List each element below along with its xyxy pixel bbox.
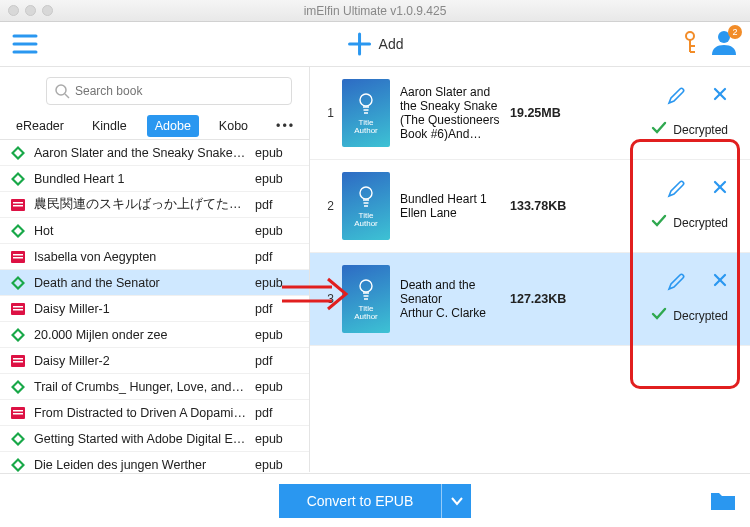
processed-row[interactable]: 2TitleAuthorBundled Heart 1Ellen Lane133…: [310, 160, 750, 253]
open-folder-button[interactable]: [710, 489, 736, 515]
book-format: epub: [255, 224, 299, 238]
epub-icon: [10, 431, 26, 447]
book-title: Trail of Crumbs_ Hunger, Love, and t...: [34, 380, 247, 394]
main-area: eReaderKindleAdobeKobo••• Aaron Slater a…: [0, 67, 750, 472]
tab-more[interactable]: •••: [268, 115, 303, 137]
bulb-icon: [356, 91, 376, 115]
check-icon: [651, 306, 667, 326]
book-row[interactable]: Trail of Crumbs_ Hunger, Love, and t...e…: [0, 373, 309, 399]
epub-icon: [10, 457, 26, 473]
window-titlebar: imElfin Ultimate v1.0.9.425: [0, 0, 750, 22]
window-title: imElfin Ultimate v1.0.9.425: [0, 4, 750, 18]
row-index: 2: [320, 199, 334, 213]
edit-button[interactable]: [666, 86, 686, 110]
book-row[interactable]: Isabella von Aegyptenpdf: [0, 243, 309, 269]
file-size: 19.25MB: [510, 106, 580, 120]
book-row[interactable]: Death and the Senatorepub: [0, 269, 309, 295]
cover-label: TitleAuthor: [354, 305, 378, 321]
status-label: Decrypted: [673, 216, 728, 230]
book-title: 農民関連のスキルばっか上げてたら...: [34, 196, 247, 213]
book-meta: Death and the SenatorArthur C. Clarke: [390, 278, 510, 320]
edit-button[interactable]: [666, 179, 686, 203]
book-row[interactable]: Getting Started with Adobe Digital Edi..…: [0, 425, 309, 451]
status-label: Decrypted: [673, 123, 728, 137]
book-list: Aaron Slater and the Sneaky Snake (...ep…: [0, 139, 309, 472]
book-title: Daisy Miller-2: [34, 354, 247, 368]
book-cover: TitleAuthor: [342, 79, 390, 147]
remove-button[interactable]: [712, 86, 728, 110]
epub-icon: [10, 171, 26, 187]
source-tabs: eReaderKindleAdobeKobo•••: [0, 115, 309, 137]
book-format: epub: [255, 328, 299, 342]
book-title: Getting Started with Adobe Digital Edi..…: [34, 432, 247, 446]
book-format: pdf: [255, 198, 299, 212]
tab-kindle[interactable]: Kindle: [84, 115, 135, 137]
key-icon[interactable]: [680, 30, 700, 58]
epub-icon: [10, 379, 26, 395]
book-meta: Bundled Heart 1Ellen Lane: [390, 192, 510, 220]
tab-adobe[interactable]: Adobe: [147, 115, 199, 137]
book-format: epub: [255, 172, 299, 186]
processed-row[interactable]: 1TitleAuthorAaron Slater and the Sneaky …: [310, 67, 750, 160]
pdf-icon: [10, 353, 26, 369]
bulb-icon: [356, 184, 376, 208]
epub-icon: [10, 223, 26, 239]
plus-icon: [347, 31, 373, 57]
book-author: Ellen Lane: [400, 206, 500, 220]
processed-row[interactable]: 3TitleAuthorDeath and the SenatorArthur …: [310, 253, 750, 346]
book-row[interactable]: Die Leiden des jungen Wertherepub: [0, 451, 309, 472]
menu-button[interactable]: [12, 34, 38, 54]
book-row[interactable]: 20.000 Mijlen onder zeeepub: [0, 321, 309, 347]
book-title: Bundled Heart 1: [400, 192, 500, 206]
book-title: Bundled Heart 1: [34, 172, 247, 186]
book-row[interactable]: Hotepub: [0, 217, 309, 243]
book-row[interactable]: 農民関連のスキルばっか上げてたら...pdf: [0, 191, 309, 217]
top-toolbar: Add 2: [0, 22, 750, 66]
book-title: Death and the Senator: [34, 276, 247, 290]
book-format: pdf: [255, 250, 299, 264]
remove-button[interactable]: [712, 272, 728, 296]
row-index: 1: [320, 106, 334, 120]
add-label: Add: [379, 36, 404, 52]
book-row[interactable]: From Distracted to Driven A Dopamin...pd…: [0, 399, 309, 425]
book-format: epub: [255, 276, 299, 290]
book-format: epub: [255, 432, 299, 446]
pdf-icon: [10, 249, 26, 265]
epub-icon: [10, 275, 26, 291]
svg-line-11: [65, 94, 69, 98]
notification-badge: 2: [728, 25, 742, 39]
account-button[interactable]: 2: [710, 29, 738, 59]
book-title: Daisy Miller-1: [34, 302, 247, 316]
sidebar: eReaderKindleAdobeKobo••• Aaron Slater a…: [0, 67, 310, 472]
book-meta: Aaron Slater and the Sneaky Snake (The Q…: [390, 85, 510, 141]
search-input[interactable]: [46, 77, 292, 105]
book-row[interactable]: Daisy Miller-1pdf: [0, 295, 309, 321]
convert-button[interactable]: Convert to EPUB: [279, 484, 442, 518]
book-row[interactable]: Bundled Heart 1epub: [0, 165, 309, 191]
file-size: 127.23KB: [510, 292, 580, 306]
check-icon: [651, 120, 667, 140]
book-format: pdf: [255, 406, 299, 420]
pdf-icon: [10, 301, 26, 317]
book-cover: TitleAuthor: [342, 265, 390, 333]
convert-format-dropdown[interactable]: [441, 484, 471, 518]
book-title: Aaron Slater and the Sneaky Snake (The Q…: [400, 85, 500, 141]
book-cover: TitleAuthor: [342, 172, 390, 240]
book-row[interactable]: Aaron Slater and the Sneaky Snake (...ep…: [0, 139, 309, 165]
book-format: epub: [255, 458, 299, 472]
tab-ereader[interactable]: eReader: [8, 115, 72, 137]
add-button[interactable]: Add: [347, 31, 404, 57]
processed-panel: 1TitleAuthorAaron Slater and the Sneaky …: [310, 67, 750, 472]
tab-kobo[interactable]: Kobo: [211, 115, 256, 137]
bulb-icon: [356, 277, 376, 301]
row-index: 3: [320, 292, 334, 306]
book-author: Arthur C. Clarke: [400, 306, 500, 320]
remove-button[interactable]: [712, 179, 728, 203]
status-label: Decrypted: [673, 309, 728, 323]
book-title: Hot: [34, 224, 247, 238]
book-title: Death and the Senator: [400, 278, 500, 306]
edit-button[interactable]: [666, 272, 686, 296]
book-title: From Distracted to Driven A Dopamin...: [34, 406, 247, 420]
book-title: Aaron Slater and the Sneaky Snake (...: [34, 146, 247, 160]
book-row[interactable]: Daisy Miller-2pdf: [0, 347, 309, 373]
